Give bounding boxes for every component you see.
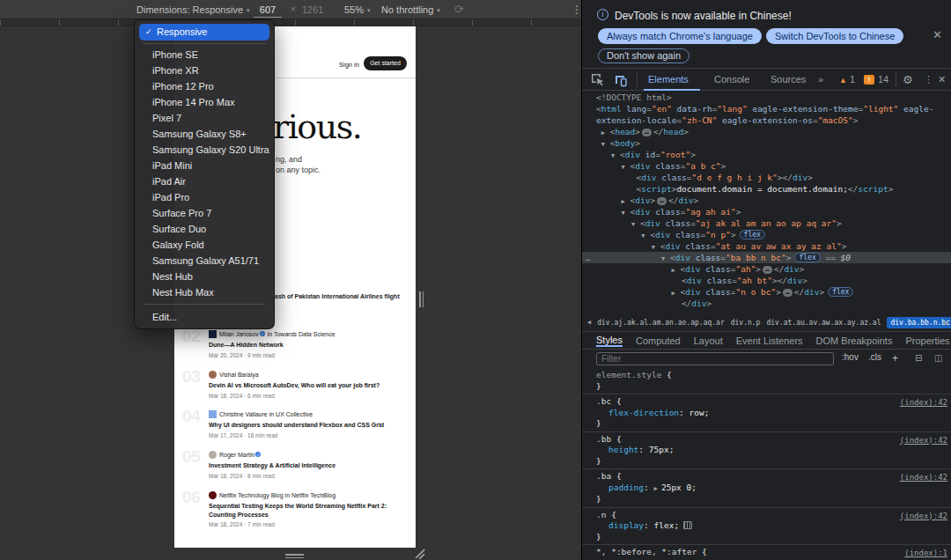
tab-console[interactable]: Console — [714, 69, 749, 91]
source-link[interactable]: (index):42 — [900, 472, 947, 483]
inline-expand-icon[interactable]: … — [763, 266, 772, 274]
flex-editor-icon[interactable] — [683, 521, 692, 529]
dom-tree-node[interactable]: ▼<div class="a b c"> — [582, 160, 951, 172]
styles-tab-styles[interactable]: Styles — [596, 335, 623, 347]
author-name[interactable]: Roger Martin — [219, 452, 254, 458]
breadcrumb-item[interactable]: div.at.au.av.aw.ax.ay.az.al — [766, 319, 881, 327]
flex-badge[interactable]: flex — [794, 253, 820, 262]
inline-expand-icon[interactable]: … — [642, 129, 652, 136]
dom-tree-node[interactable]: ▼<div id="root"> — [582, 149, 951, 160]
viewport-right-resize-handle[interactable] — [423, 291, 424, 307]
dropdown-item[interactable]: iPhone 12 Pro — [135, 78, 274, 94]
css-selector[interactable]: *, *:before, *:after — [596, 547, 697, 556]
dom-tree-node[interactable]: <!DOCTYPE html> — [582, 92, 951, 103]
dropdown-item[interactable]: iPad Pro — [135, 189, 274, 205]
viewport-bottom-resize-handle[interactable] — [285, 557, 304, 559]
dropdown-item[interactable]: Samsung Galaxy A51/71 — [135, 253, 274, 269]
source-link[interactable]: (index):42 — [900, 435, 947, 446]
inline-expand-icon[interactable]: … — [783, 289, 792, 297]
source-link[interactable]: (index):42 — [900, 397, 947, 409]
inline-expand-icon[interactable]: … — [657, 197, 667, 205]
viewport-width-input[interactable] — [254, 2, 282, 18]
styles-tab-dom-breakpoints[interactable]: DOM Breakpoints — [816, 335, 893, 346]
infobar-close-icon[interactable]: ✕ — [933, 28, 942, 41]
tab-elements[interactable]: Elements — [648, 69, 689, 91]
article-title[interactable]: Sequential Testing Keeps the World Strea… — [209, 502, 406, 519]
dropdown-item[interactable]: Pixel 7 — [135, 110, 274, 126]
dom-tree-node[interactable]: ▶<head>…</head> — [582, 126, 951, 137]
article-item[interactable]: 04Christine Vallaure in UX CollectiveWhy… — [181, 409, 409, 449]
flex-badge[interactable]: flex — [828, 287, 853, 297]
dropdown-item[interactable]: iPad Air — [135, 173, 274, 189]
viewport-right-resize-handle[interactable] — [419, 291, 421, 307]
dropdown-item[interactable]: Surface Duo — [135, 221, 274, 237]
article-1-title-fragment[interactable]: ash of Pakistan International Airlines f… — [275, 293, 400, 299]
article-title[interactable]: Investment Strategy & Artificial Intelli… — [209, 461, 406, 470]
computed-styles-icon[interactable]: ⊟ — [915, 353, 922, 363]
throttling-selector[interactable]: No throttling▾ — [381, 0, 440, 20]
breadcrumb-item[interactable]: div.ba.bb.n.bc — [887, 317, 951, 328]
css-selector[interactable]: .ba — [596, 471, 611, 481]
styles-tab-properties[interactable]: Properties — [905, 335, 949, 346]
dropdown-item-responsive[interactable]: ✓ Responsive — [139, 24, 269, 41]
dom-tree-node[interactable]: ▼<div class="aj ak al am an ao ap aq ar"… — [582, 217, 951, 229]
publication-name[interactable]: UX Collective — [276, 411, 313, 417]
dom-tree-node[interactable]: <html lang="en" data-rh="lang" eagle-ext… — [582, 103, 951, 114]
device-toolbar-more-icon[interactable]: ⋮ — [571, 0, 581, 19]
device-toolbar-toggle-icon[interactable] — [614, 73, 628, 87]
warnings-indicator[interactable]: ▲ 1 — [839, 69, 855, 92]
dom-tree-node[interactable]: ▶<div class="n o bc">…</div>flex — [582, 286, 951, 298]
author-name[interactable]: Milan Janosov — [219, 331, 259, 337]
dom-tree-node[interactable]: extension-locale="zh-CN" eagle-extension… — [582, 114, 951, 126]
css-declaration[interactable]: height: 75px; — [596, 445, 944, 456]
dom-tree-node[interactable]: <script>document.domain = document.domai… — [582, 183, 951, 195]
viewport-bottom-resize-handle[interactable] — [285, 554, 304, 556]
dom-tree-node[interactable]: ▼<div class="at au av aw ax ay az al"> — [582, 240, 951, 252]
match-language-button[interactable]: Always match Chrome's language — [598, 28, 762, 44]
dropdown-item[interactable]: Samsung Galaxy S20 Ultra — [135, 142, 274, 158]
sidebar-layout-icon[interactable]: ◫ — [934, 353, 942, 363]
shorthand-expand-icon[interactable]: ▶ — [654, 485, 661, 492]
devtools-more-icon[interactable]: ⋮ — [924, 69, 933, 91]
css-selector[interactable]: element.style — [596, 370, 661, 379]
article-item[interactable]: 03Vishal BaraiyaDevin AI vs Microsoft Au… — [181, 369, 409, 409]
dropdown-item-edit[interactable]: Edit... — [152, 309, 177, 325]
dom-tree-node[interactable]: <div class="d e f g h i j k"></div> — [582, 172, 951, 183]
zoom-selector[interactable]: 55%▾ — [344, 0, 371, 20]
tab-sources[interactable]: Sources — [770, 69, 806, 91]
toggle-hover-state-button[interactable]: :hov — [842, 352, 859, 362]
switch-to-chinese-button[interactable]: Switch DevTools to Chinese — [766, 28, 903, 44]
styles-tab-event-listeners[interactable]: Event Listeners — [736, 335, 803, 346]
styles-tab-layout[interactable]: Layout — [694, 335, 723, 346]
publication-name[interactable]: Towards Data Science — [274, 331, 335, 337]
dom-tree-node[interactable]: <div class="ah bt"></div> — [582, 275, 951, 286]
styles-filter-input[interactable] — [596, 352, 834, 365]
dropdown-item[interactable]: Nest Hub Max — [135, 284, 274, 300]
issues-icon[interactable]: ! — [864, 75, 874, 85]
dropdown-item[interactable]: Galaxy Fold — [135, 237, 274, 253]
inspect-element-icon[interactable] — [591, 73, 605, 87]
device-type-selector[interactable]: Dimensions: Responsive▾ — [136, 0, 250, 20]
dom-tree-node[interactable]: …▼<div class="ba bb n bc">flex == $0 — [582, 252, 951, 263]
dropdown-item[interactable]: iPhone SE — [135, 47, 274, 63]
devtools-close-icon[interactable]: ✕ — [938, 69, 946, 91]
dropdown-item[interactable]: iPhone XR — [135, 63, 274, 78]
article-title[interactable]: Devin AI vs Microsoft AutoDev, Who will … — [209, 381, 406, 390]
issues-count[interactable]: 14 — [878, 69, 888, 91]
breadcrumb-item[interactable]: div.n.p — [731, 319, 761, 327]
author-name[interactable]: Netflix Technology Blog — [219, 492, 284, 498]
breadcrumb-back-icon[interactable]: ◀ — [587, 319, 591, 326]
dom-tree-node[interactable]: ▶<div class="ah">…</div> — [582, 263, 951, 275]
new-style-rule-button[interactable]: + — [892, 352, 898, 365]
dropdown-item[interactable]: Nest Hub — [135, 269, 274, 284]
css-declaration[interactable]: flex-direction: row; — [596, 408, 944, 419]
article-title[interactable]: Dune—A Hidden Network — [209, 341, 406, 350]
article-title[interactable]: Why UI designers should understand Flexb… — [209, 421, 406, 430]
breadcrumb-forward-icon[interactable]: ▶ — [945, 320, 948, 327]
more-tabs-icon[interactable]: » — [818, 69, 823, 91]
dont-show-again-button[interactable]: Don't show again — [598, 48, 689, 63]
flex-badge[interactable]: flex — [740, 230, 765, 239]
css-selector[interactable]: .n — [596, 510, 606, 519]
get-started-button[interactable]: Get started — [364, 56, 407, 70]
viewport-height-value[interactable]: 1261 — [302, 0, 323, 19]
